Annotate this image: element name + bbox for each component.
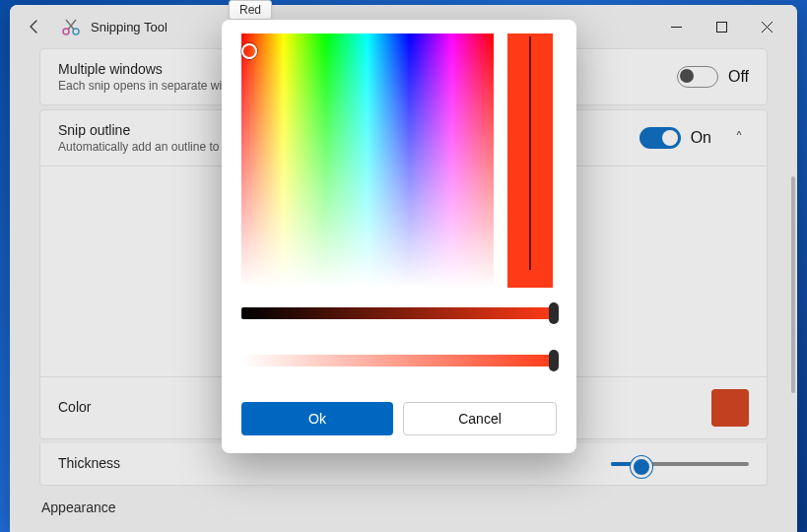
value-slider-thumb[interactable] [549,302,559,324]
hue-preview-column[interactable] [507,33,553,288]
sv-cursor[interactable] [241,43,257,59]
alpha-slider[interactable] [241,355,557,366]
cancel-button[interactable]: Cancel [403,402,557,435]
saturation-value-field[interactable] [241,33,494,288]
value-slider[interactable] [241,307,557,319]
hue-indicator-line [529,36,531,270]
alpha-slider-thumb[interactable] [549,350,559,371]
tooltip-color-name: Red [229,0,272,20]
ok-button[interactable]: Ok [241,402,393,435]
color-picker-dialog: Ok Cancel [222,20,576,453]
